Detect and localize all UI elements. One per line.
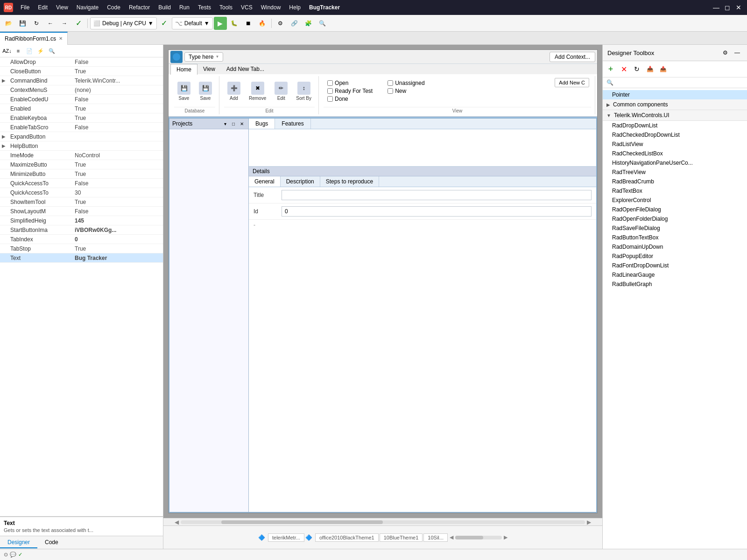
field-title-input[interactable] (282, 190, 592, 200)
scroll-left-arrow[interactable]: ◀ (173, 519, 181, 525)
check-done[interactable]: Done (327, 96, 373, 102)
tab-features[interactable]: Features (275, 119, 310, 129)
checkbox-readyfortest[interactable] (327, 88, 333, 94)
run-button[interactable]: ▶ (214, 17, 227, 30)
prop-row-quickaccessto2[interactable]: QuickAccessTo 30 (0, 188, 163, 197)
extension-btn[interactable]: 🧩 (302, 17, 315, 30)
prop-row-enabletabscro[interactable]: EnableTabScro False (0, 123, 163, 132)
toolbox-item-radbuttontextbox[interactable]: RadButtonTextBox (603, 233, 747, 242)
theme-tab-1[interactable]: telerikMetr... (268, 533, 304, 542)
ribbon-btn-save1[interactable]: 💾 Save (174, 79, 194, 103)
toolbox-item-radopenfolderdialog[interactable]: RadOpenFolderDialog (603, 214, 747, 224)
toolbox-refresh-btn[interactable]: ↻ (631, 63, 643, 75)
menu-code[interactable]: Code (103, 3, 124, 12)
toolbox-section-common-header[interactable]: ▶ Common components (603, 99, 747, 110)
sort-alpha-btn[interactable]: AZ↓ (2, 46, 12, 56)
forward-btn[interactable]: → (58, 17, 71, 30)
checkbox-unassigned[interactable] (388, 80, 393, 86)
prop-row-helpbutton[interactable]: ▶ HelpButton (0, 141, 163, 151)
search-btn[interactable]: 🔍 (316, 17, 329, 30)
toolbox-section-telerik-header[interactable]: ▼ Telerik.WinControls.UI (603, 110, 747, 121)
hot-reload-btn[interactable]: 🔥 (256, 17, 269, 30)
toolbox-collapse-btn[interactable]: — (732, 48, 742, 58)
checkbox-done[interactable] (327, 96, 333, 102)
prop-row-tabindex[interactable]: TabIndex 0 (0, 235, 163, 244)
prop-row-expandbutton[interactable]: ▶ ExpandButton (0, 132, 163, 141)
prop-row-showlayoutm[interactable]: ShowLayoutM False (0, 207, 163, 216)
minimize-button[interactable]: — (712, 3, 721, 12)
projects-float-btn[interactable]: □ (230, 120, 237, 127)
scroll-right-arrow[interactable]: ▶ (585, 519, 593, 525)
scroll-left-theme[interactable]: ◀ (450, 534, 453, 540)
add-new-context-btn[interactable]: Add New C (555, 78, 589, 87)
scroll-right-theme[interactable]: ▶ (504, 534, 507, 540)
menu-view[interactable]: View (52, 3, 72, 12)
toolbox-item-radlistview[interactable]: RadListView (603, 140, 747, 149)
toolbox-item-radsavefiledialog[interactable]: RadSaveFileDialog (603, 224, 747, 233)
toolbox-item-raddropdownlist[interactable]: RadDropDownList (603, 121, 747, 130)
themes-scrolltrack[interactable] (455, 536, 502, 539)
projects-close-btn[interactable]: ✕ (238, 120, 246, 127)
menu-refactor[interactable]: Refactor (125, 3, 154, 12)
menu-edit[interactable]: Edit (34, 3, 51, 12)
toolbox-item-historynav[interactable]: HistoryNavigationPaneUserCo... (603, 158, 747, 168)
theme-tab-2[interactable]: office2010BlackTheme1 (315, 533, 379, 542)
prop-row-maximizebutto[interactable]: MaximizeButto True (0, 160, 163, 169)
projects-pin-btn[interactable]: ▾ (221, 120, 229, 127)
toolbox-search-input[interactable] (615, 79, 743, 86)
prop-row-contextmenus[interactable]: ContextMenuS (none) (0, 85, 163, 95)
file-tab-ribbon[interactable]: RadRibbonForm1.cs ✕ (0, 32, 68, 45)
prop-row-enablecoded[interactable]: EnableCodedU False (0, 95, 163, 104)
sort-category-btn[interactable]: ≡ (13, 46, 23, 56)
menu-file[interactable]: File (17, 3, 33, 12)
toolbox-item-radpopupeditor[interactable]: RadPopupEditor (603, 252, 747, 261)
tab-description[interactable]: Description (281, 176, 320, 187)
prop-row-imemode[interactable]: ImeMode NoControl (0, 151, 163, 160)
check-unassigned[interactable]: Unassigned (388, 80, 424, 86)
menu-build[interactable]: Build (155, 3, 175, 12)
tab-steps[interactable]: Steps to reproduce (320, 176, 379, 187)
toolbox-item-radtreeview[interactable]: RadTreeView (603, 168, 747, 177)
check-open[interactable]: Open (327, 80, 373, 86)
ribbon-btn-save2[interactable]: 💾 Save (196, 79, 215, 103)
prop-row-allowdrop[interactable]: AllowDrop False (0, 57, 163, 67)
add-context-button[interactable]: Add Context... (550, 52, 595, 62)
ribbon-btn-add[interactable]: ➕ Add (224, 79, 244, 103)
ribbon-tab-home[interactable]: Home (170, 64, 197, 75)
ribbon-btn-sortby[interactable]: ↕ Sort By (293, 79, 315, 103)
toolbox-item-radbreadcrumb[interactable]: RadBreadCrumb (603, 177, 747, 186)
prop-row-showitemtool[interactable]: ShowItemTool True (0, 197, 163, 207)
ribbon-tab-view[interactable]: View (197, 64, 221, 74)
prop-events-btn[interactable]: ⚡ (35, 46, 46, 56)
ribbon-btn-edit[interactable]: ✏ Edit (271, 79, 291, 103)
check-new[interactable]: New (388, 88, 424, 94)
prop-row-text[interactable]: Text Bug Tracker (0, 253, 163, 263)
prop-row-startbuttonima[interactable]: StartButtonIma iVBORw0KGg... (0, 225, 163, 235)
menu-window[interactable]: Window (257, 3, 285, 12)
toolbox-import-btn[interactable]: 📥 (644, 63, 656, 75)
prop-row-enabled[interactable]: Enabled True (0, 104, 163, 113)
open-folder-btn[interactable]: 📂 (2, 17, 15, 30)
toolbox-item-explorercontrol[interactable]: ExplorerControl (603, 196, 747, 205)
menu-help[interactable]: Help (285, 3, 304, 12)
ribbon-tab-addnewtab[interactable]: Add New Tab... (221, 64, 270, 74)
toolbox-item-radcheckeddropdownlist[interactable]: RadCheckedDropDownList (603, 130, 747, 140)
prop-row-tabstop[interactable]: TabStop True (0, 244, 163, 253)
toolbox-add-btn[interactable]: + (605, 63, 617, 75)
save-btn[interactable]: 💾 (16, 17, 29, 30)
attach-btn[interactable]: 🔗 (288, 17, 301, 30)
prop-row-simplifiedheig[interactable]: SimplifiedHeig 145 (0, 216, 163, 225)
debug-config-dropdown[interactable]: ⬜ Debug | Any CPU ▼ (90, 17, 157, 29)
prop-row-commandbind[interactable]: ▶ CommandBind Telerik.WinContr... (0, 76, 163, 85)
menu-tools[interactable]: Tools (216, 3, 236, 12)
maximize-button[interactable]: ◻ (723, 3, 732, 12)
prop-row-enablekeyboard[interactable]: EnableKeyboa True (0, 113, 163, 123)
tab-general[interactable]: General (249, 176, 281, 187)
toolbox-item-radbulletgraph[interactable]: RadBulletGraph (603, 280, 747, 289)
field-id-input[interactable] (282, 206, 592, 217)
prop-row-quickaccessto1[interactable]: QuickAccessTo False (0, 179, 163, 188)
back-btn[interactable]: ← (44, 17, 57, 30)
refresh-btn[interactable]: ↻ (30, 17, 43, 30)
default-dropdown[interactable]: ⌥ Default ▼ (172, 17, 213, 29)
performance-btn[interactable]: ⚙ (274, 17, 287, 30)
